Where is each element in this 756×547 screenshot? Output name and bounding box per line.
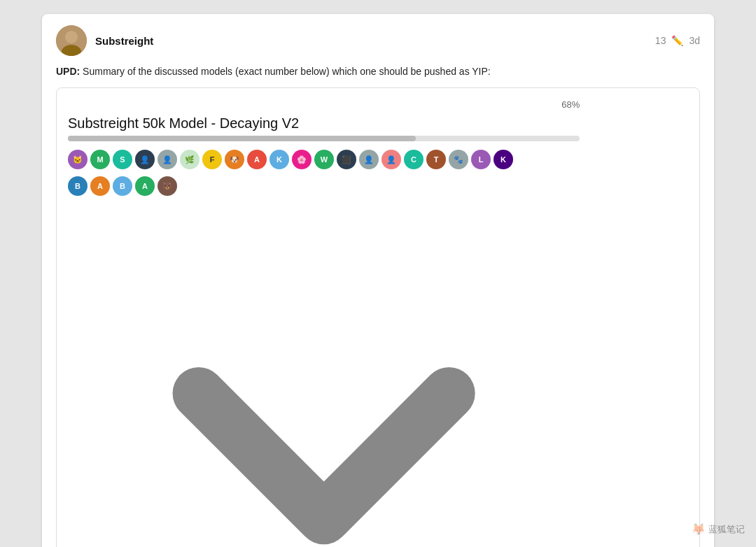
voter-avatar[interactable]: A xyxy=(247,150,267,169)
post-header: Substreight 13 ✏️ 3d xyxy=(42,14,714,64)
option-1-avatars-row2: B A B A 🐻 xyxy=(68,176,580,196)
voter-avatar[interactable]: M xyxy=(90,150,110,169)
voter-avatar[interactable]: 🐾 xyxy=(449,150,468,169)
option-1-bar-container xyxy=(68,136,580,141)
post-text-body: Summary of the discussed models (exact n… xyxy=(80,66,491,77)
watermark: 🦊 蓝狐笔记 xyxy=(692,523,745,536)
time-ago: 3d xyxy=(689,35,700,46)
voter-avatar[interactable]: 🌿 xyxy=(180,150,200,169)
voter-avatar[interactable]: L xyxy=(471,150,491,169)
voter-avatar[interactable]: K xyxy=(493,150,513,169)
voter-avatar[interactable]: T xyxy=(426,150,446,169)
poll-option-1: 68% Substreight 50k Model - Decaying V2 … xyxy=(68,99,580,547)
voter-avatar[interactable]: F xyxy=(202,150,222,169)
poll-sidebar: 163 voters xyxy=(580,99,688,547)
voter-avatar[interactable]: ⬛ xyxy=(337,150,356,169)
option-1-bar xyxy=(68,136,416,141)
voter-avatar[interactable]: 🌸 xyxy=(292,150,312,169)
poll-options: 68% Substreight 50k Model - Decaying V2 … xyxy=(68,99,580,547)
voter-avatar[interactable]: 👤 xyxy=(158,150,177,169)
voter-avatar[interactable]: 🐻 xyxy=(158,176,177,196)
avatar-face xyxy=(56,25,87,56)
author-name: Substreight xyxy=(95,35,153,47)
voter-avatar[interactable]: C xyxy=(404,150,424,169)
edit-icon: ✏️ xyxy=(671,35,683,46)
post-header-left: Substreight xyxy=(56,25,153,56)
option-1-title: Substreight 50k Model - Decaying V2 xyxy=(68,115,580,132)
voter-avatar[interactable]: S xyxy=(113,150,132,169)
post-header-right: 13 ✏️ 3d xyxy=(655,35,700,46)
post-text-bold: UPD: xyxy=(56,66,80,77)
option-1-percent: 68% xyxy=(68,99,580,110)
voter-avatar[interactable]: 👤 xyxy=(135,150,155,169)
vote-count: 13 xyxy=(655,35,666,46)
voter-avatar[interactable]: W xyxy=(314,150,334,169)
voter-avatar[interactable]: 🐱 xyxy=(68,150,88,169)
voter-avatar[interactable]: 👤 xyxy=(382,150,401,169)
avatar xyxy=(56,25,87,56)
post-body: UPD: Summary of the discussed models (ex… xyxy=(42,64,714,87)
option-1-show-more[interactable] xyxy=(68,203,580,547)
watermark-text: 蓝狐笔记 xyxy=(708,523,745,536)
svg-point-1 xyxy=(65,31,78,43)
voter-avatar[interactable]: K xyxy=(270,150,289,169)
voter-avatar[interactable]: A xyxy=(90,176,110,196)
option-1-avatars: 🐱 M S 👤 👤 🌿 F 🐶 A K 🌸 W ⬛ 👤 xyxy=(68,150,580,169)
post-card: Substreight 13 ✏️ 3d UPD: Summary of the… xyxy=(42,14,714,547)
voter-avatar[interactable]: B xyxy=(68,176,88,196)
poll-container: 68% Substreight 50k Model - Decaying V2 … xyxy=(56,87,700,547)
voter-avatar[interactable]: 👤 xyxy=(359,150,379,169)
post-text: UPD: Summary of the discussed models (ex… xyxy=(56,64,700,79)
poll-main: 68% Substreight 50k Model - Decaying V2 … xyxy=(57,88,699,547)
voter-avatar[interactable]: B xyxy=(113,176,132,196)
voter-avatar[interactable]: A xyxy=(135,176,155,196)
voter-avatar[interactable]: 🐶 xyxy=(225,150,244,169)
